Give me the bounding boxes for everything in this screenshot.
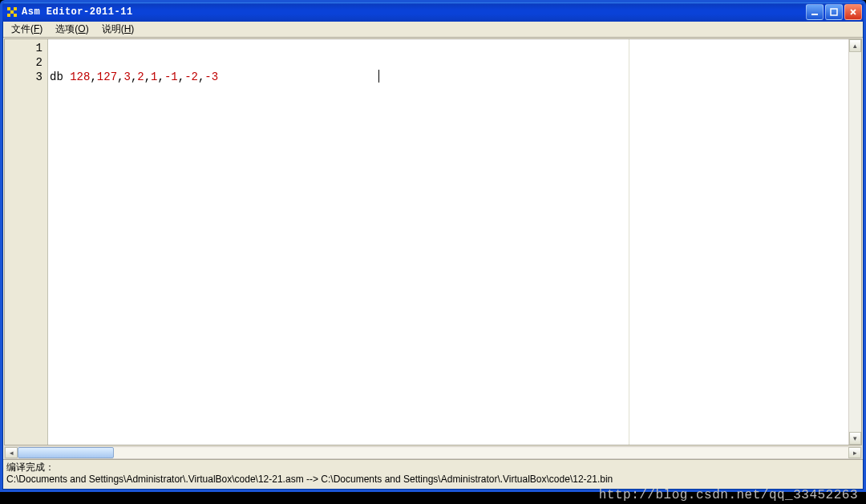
maximize-button[interactable] — [825, 4, 843, 20]
vertical-scrollbar[interactable]: ▴ ▾ — [848, 39, 861, 445]
scroll-thumb[interactable] — [18, 447, 114, 458]
menubar: 文件(F) 选项(O) 说明(H) — [3, 22, 863, 38]
status-line-1: 编译完成： — [6, 462, 860, 474]
menu-file[interactable]: 文件(F) — [5, 21, 49, 38]
titlebar[interactable]: Asm Editor-2011-11 — [2, 2, 864, 22]
code-line[interactable]: db 128,127,3,2,1,-1,-2,-3 — [50, 70, 629, 84]
window-frame: Asm Editor-2011-11 文件(F) 选项(O) 说明(H) 1 2… — [0, 0, 866, 492]
scroll-up-button[interactable]: ▴ — [849, 39, 861, 52]
status-bar: 编译完成： C:\Documents and Settings\Administ… — [3, 459, 863, 489]
editor-area: 1 2 3 db 128,127,3,2,1,-1,-2,-3 ▴ ▾ — [4, 38, 862, 446]
window-title: Asm Editor-2011-11 — [22, 6, 806, 18]
svg-rect-1 — [14, 7, 17, 10]
scroll-right-button[interactable]: ▸ — [848, 447, 861, 458]
menu-options[interactable]: 选项(O) — [49, 21, 95, 38]
horizontal-scrollbar[interactable]: ◂ ▸ — [4, 446, 862, 459]
svg-rect-3 — [7, 14, 10, 17]
svg-rect-5 — [811, 14, 818, 15]
scroll-down-button[interactable]: ▾ — [849, 432, 861, 445]
side-panel: ▴ ▾ — [629, 39, 861, 445]
minimize-button[interactable] — [806, 4, 824, 20]
client-area: 文件(F) 选项(O) 说明(H) 1 2 3 db 128,127,3,2,1… — [2, 22, 864, 490]
svg-rect-4 — [14, 14, 17, 17]
line-gutter: 1 2 3 — [5, 39, 48, 445]
svg-rect-2 — [10, 10, 14, 14]
text-cursor — [378, 70, 379, 83]
code-editor[interactable]: db 128,127,3,2,1,-1,-2,-3 — [48, 39, 629, 445]
scroll-track[interactable] — [18, 447, 848, 458]
gutter-line: 3 — [5, 70, 42, 84]
status-line-2: C:\Documents and Settings\Administrator\… — [6, 474, 860, 486]
close-button[interactable] — [844, 4, 862, 20]
gutter-line: 2 — [5, 55, 42, 70]
app-icon — [6, 6, 18, 18]
code-line[interactable] — [50, 41, 629, 55]
window-controls — [806, 4, 864, 20]
svg-rect-6 — [831, 9, 837, 15]
gutter-line: 1 — [5, 41, 42, 55]
svg-rect-0 — [7, 7, 10, 10]
menu-help[interactable]: 说明(H) — [95, 21, 141, 38]
code-line[interactable] — [50, 55, 629, 70]
scroll-left-button[interactable]: ◂ — [5, 447, 18, 458]
